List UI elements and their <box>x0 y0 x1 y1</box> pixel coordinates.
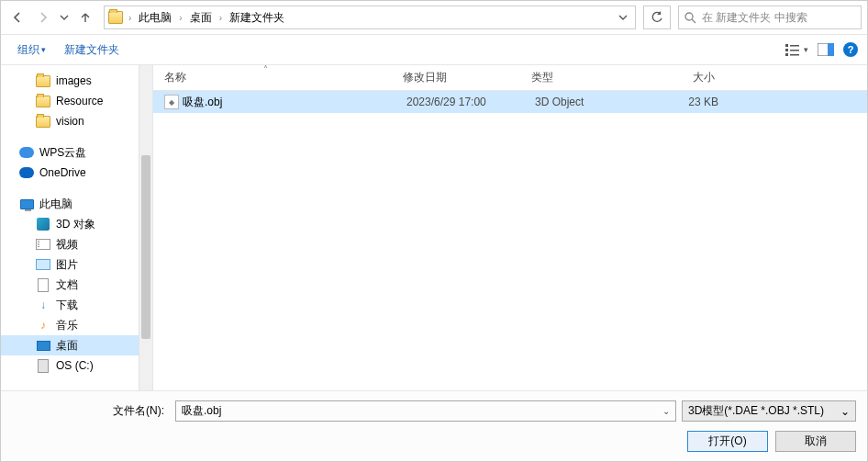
tree-item-desktop[interactable]: 桌面 <box>1 335 152 355</box>
tree-item-3dobjects[interactable]: 3D 对象 <box>1 214 152 234</box>
tree-item-wps[interactable]: WPS云盘 <box>1 142 152 163</box>
search-icon <box>684 12 696 24</box>
svg-rect-7 <box>790 54 799 56</box>
cube-icon <box>36 217 50 231</box>
svg-line-1 <box>692 19 696 23</box>
column-headers: ˄ 名称 修改日期 类型 大小 <box>153 65 867 91</box>
folder-icon <box>108 10 123 25</box>
column-size[interactable]: 大小 <box>651 70 715 85</box>
svg-rect-2 <box>785 44 788 47</box>
address-bar[interactable]: › 此电脑 › 桌面 › 新建文件夹 <box>104 6 636 29</box>
document-icon <box>36 277 50 292</box>
nav-bar: › 此电脑 › 桌面 › 新建文件夹 在 新建文件夹 中搜索 <box>1 1 867 34</box>
pc-icon <box>19 197 34 211</box>
tree-item-resource[interactable]: Resource <box>1 91 152 111</box>
file-size: 23 KB <box>654 96 718 108</box>
organize-label: 组织 <box>17 42 39 58</box>
new-folder-button[interactable]: 新建文件夹 <box>57 39 127 62</box>
help-button[interactable]: ? <box>843 42 858 57</box>
chevron-right-icon: › <box>177 13 184 23</box>
cloud-icon <box>19 145 34 160</box>
chevron-right-icon: › <box>217 13 224 23</box>
breadcrumb-folder[interactable]: 新建文件夹 <box>228 10 286 26</box>
tree-item-videos[interactable]: 视频 <box>1 234 152 254</box>
tree-item-vision[interactable]: vision <box>1 111 152 131</box>
cancel-button[interactable]: 取消 <box>775 431 856 452</box>
search-placeholder: 在 新建文件夹 中搜索 <box>702 10 807 26</box>
tree-item-documents[interactable]: 文档 <box>1 275 152 295</box>
cloud-icon <box>19 165 34 180</box>
image-icon <box>36 257 50 272</box>
main-area: images Resource vision WPS云盘 OneDrive 此电… <box>1 65 867 390</box>
filename-value: 吸盘.obj <box>182 403 221 419</box>
chevron-down-icon: ▾ <box>804 45 808 54</box>
tree-item-downloads[interactable]: ↓下载 <box>1 295 152 315</box>
filetype-filter[interactable]: 3D模型(*.DAE *.OBJ *.STL) ⌄ <box>682 400 856 422</box>
preview-pane-button[interactable] <box>818 43 834 56</box>
dialog-footer: 文件名(N): 吸盘.obj ⌄ 3D模型(*.DAE *.OBJ *.STL)… <box>1 390 867 461</box>
breadcrumb-desktop[interactable]: 桌面 <box>188 10 214 26</box>
folder-tree: images Resource vision WPS云盘 OneDrive 此电… <box>1 65 153 390</box>
column-type[interactable]: 类型 <box>531 70 651 85</box>
filter-value: 3D模型(*.DAE *.OBJ *.STL) <box>688 403 824 419</box>
film-icon <box>36 237 50 252</box>
tree-scrollbar[interactable] <box>139 65 152 390</box>
obj-file-icon: ◆ <box>164 95 179 109</box>
back-button[interactable] <box>6 6 28 28</box>
chevron-down-icon: ⌄ <box>662 406 670 416</box>
svg-rect-5 <box>790 45 799 47</box>
address-dropdown[interactable] <box>615 13 631 22</box>
file-name: 吸盘.obj <box>183 95 406 110</box>
tree-item-onedrive[interactable]: OneDrive <box>1 163 152 183</box>
forward-button[interactable] <box>32 6 54 28</box>
svg-rect-6 <box>790 50 799 51</box>
refresh-button[interactable] <box>643 6 671 29</box>
chevron-down-icon: ▾ <box>41 45 46 54</box>
chevron-down-icon: ⌄ <box>840 405 850 418</box>
folder-icon <box>36 114 50 129</box>
desktop-icon <box>36 338 50 353</box>
file-date: 2023/6/29 17:00 <box>406 96 535 108</box>
column-name[interactable]: 名称 <box>164 70 403 85</box>
organize-button[interactable]: 组织 ▾ <box>10 39 53 62</box>
new-folder-label: 新建文件夹 <box>64 42 119 58</box>
history-dropdown[interactable] <box>58 13 71 22</box>
file-list: ˄ 名称 修改日期 类型 大小 ◆ 吸盘.obj 2023/6/29 17:00… <box>153 65 867 390</box>
filename-label: 文件名(N): <box>1 403 170 419</box>
folder-icon <box>36 73 50 88</box>
music-icon: ♪ <box>36 318 50 332</box>
breadcrumb-this-pc[interactable]: 此电脑 <box>137 10 173 26</box>
folder-icon <box>36 94 50 108</box>
drive-icon <box>36 358 50 373</box>
open-button[interactable]: 打开(O) <box>687 431 768 452</box>
svg-point-0 <box>685 13 693 20</box>
tree-item-thispc[interactable]: 此电脑 <box>1 194 152 214</box>
view-options-button[interactable]: ▾ <box>785 43 808 56</box>
svg-rect-3 <box>785 49 788 51</box>
svg-rect-4 <box>785 53 788 56</box>
column-date[interactable]: 修改日期 <box>403 70 531 85</box>
svg-rect-9 <box>828 43 834 56</box>
search-input[interactable]: 在 新建文件夹 中搜索 <box>678 6 862 29</box>
tree-item-osc[interactable]: OS (C:) <box>1 355 152 376</box>
tree-item-images[interactable]: images <box>1 71 152 91</box>
up-button[interactable] <box>74 6 96 28</box>
download-icon: ↓ <box>36 298 50 312</box>
tree-item-music[interactable]: ♪音乐 <box>1 315 152 335</box>
toolbar: 组织 ▾ 新建文件夹 ▾ ? <box>1 34 867 65</box>
file-row[interactable]: ◆ 吸盘.obj 2023/6/29 17:00 3D Object 23 KB <box>153 91 867 113</box>
chevron-right-icon: › <box>127 13 133 23</box>
file-type: 3D Object <box>535 96 654 108</box>
sort-indicator-icon: ˄ <box>263 64 268 74</box>
filename-input[interactable]: 吸盘.obj ⌄ <box>175 400 676 422</box>
tree-item-pictures[interactable]: 图片 <box>1 254 152 275</box>
